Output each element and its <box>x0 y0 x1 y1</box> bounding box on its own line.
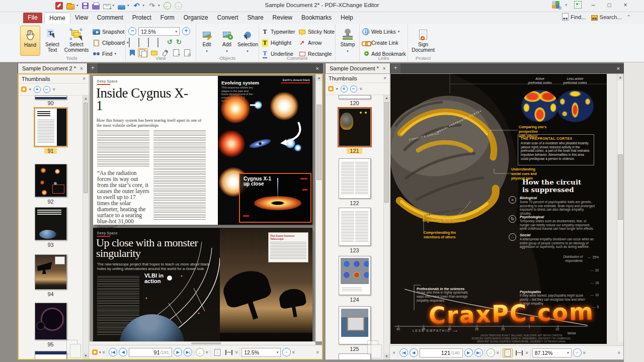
close-button[interactable]: × <box>621 2 630 9</box>
clipboard-button[interactable]: Clipboard▾ <box>93 38 128 47</box>
left-doc-tab[interactable]: Sample Document 2 *× <box>18 63 87 73</box>
left-document-view[interactable]: Deep Space Inside Cygnus X-1 How this bi… <box>90 74 322 345</box>
search-button[interactable]: Search... <box>591 14 622 21</box>
scroll-up-icon[interactable]: ▲ <box>83 96 89 102</box>
scroll-up-icon[interactable]: ▲ <box>316 74 322 81</box>
single-page-layout-button[interactable] <box>503 348 513 357</box>
web-links-button[interactable]: Web Links▾ <box>362 27 399 36</box>
select-text-button[interactable]: T Select Text <box>42 26 62 56</box>
zoom-out-icon[interactable]: − <box>128 27 136 35</box>
thumbnail-page-123[interactable] <box>326 208 383 246</box>
edit-objects-button[interactable]: Edit▾ <box>197 26 216 56</box>
arrow-button[interactable]: ↗Arrow <box>298 38 321 47</box>
collapse-icon[interactable]: » <box>315 351 321 354</box>
expand-icon[interactable]: » <box>358 87 364 90</box>
tab-close-icon[interactable]: × <box>80 66 83 71</box>
find-button[interactable]: Find... <box>562 13 586 21</box>
thumbnail-page-120[interactable] <box>326 95 383 99</box>
session-icon[interactable] <box>574 1 582 9</box>
fit-height-icon[interactable] <box>157 38 158 47</box>
launch-dropdown-icon[interactable]: ▾ <box>565 3 567 7</box>
tab-view[interactable]: View <box>70 13 93 24</box>
scrollbar-thumb[interactable] <box>84 103 88 193</box>
thumbnail-page-92[interactable] <box>19 164 83 197</box>
collapse-icon[interactable]: » <box>391 351 397 354</box>
options-gear-icon[interactable] <box>92 349 98 355</box>
ribbon-zoom-combo[interactable]: 12.5%▾ <box>138 27 180 36</box>
collapse-ribbon-icon[interactable]: ⌃ <box>627 14 631 20</box>
first-page-button[interactable]: |◀ <box>109 348 117 356</box>
collapse-icon[interactable]: » <box>524 351 530 354</box>
tab-comment[interactable]: Comment <box>93 13 128 24</box>
thumb-zoom-in-icon[interactable]: + <box>34 86 41 93</box>
options-dropdown-icon[interactable]: ▾ <box>336 87 338 91</box>
sticky-note-button[interactable]: Sticky Note <box>298 27 335 36</box>
fit-width-icon[interactable] <box>148 38 149 47</box>
typewriter-button[interactable]: TTypewriter <box>261 27 295 36</box>
scroll-down-icon[interactable]: ▼ <box>83 353 89 359</box>
thumbnail-page-121[interactable] <box>326 108 383 146</box>
create-link-button[interactable]: Create Link <box>362 38 398 47</box>
stamp-button[interactable]: Stamp▾ <box>337 26 358 56</box>
scrollbar-thumb[interactable] <box>191 342 221 344</box>
zoom-in-icon[interactable]: + <box>182 27 190 35</box>
collapse-icon[interactable]: » <box>101 351 107 354</box>
page-number-field[interactable]: 91/191 <box>129 348 172 357</box>
options-dropdown-icon[interactable]: ▾ <box>29 87 31 92</box>
previous-view-button[interactable]: ← <box>196 348 204 356</box>
thumbnail-page-125[interactable] <box>326 306 383 344</box>
thumbnail-page-94[interactable] <box>19 254 83 290</box>
thumbnails-scrollbar[interactable]: ▲ ▼ <box>83 96 89 359</box>
add-objects-button[interactable]: + Add▾ <box>217 26 236 56</box>
collapse-icon[interactable]: » <box>291 351 296 354</box>
thumbnail-page-124[interactable] <box>326 256 383 295</box>
hand-tool-button[interactable]: Hand <box>20 26 40 56</box>
collapse-icon[interactable]: » <box>204 351 210 354</box>
tab-organize[interactable]: Organize <box>179 13 213 24</box>
previous-page-button[interactable]: ◀ <box>410 348 418 357</box>
collapse-icon[interactable]: » <box>234 351 239 354</box>
thumbnail-page-122[interactable] <box>326 158 383 199</box>
page-number-field[interactable]: 121/140 <box>420 348 463 357</box>
tab-form[interactable]: Form <box>156 13 179 24</box>
options-gear-icon[interactable] <box>21 86 27 92</box>
scrollbar-thumb[interactable] <box>316 105 321 180</box>
tab-close-icon[interactable]: × <box>383 66 386 71</box>
tab-convert[interactable]: Convert <box>213 13 243 24</box>
single-page-layout-button[interactable] <box>212 348 222 357</box>
options-dropdown-icon[interactable]: ▾ <box>99 350 101 354</box>
thumb-zoom-in-icon[interactable]: + <box>341 85 348 93</box>
tab-share[interactable]: Share <box>243 13 268 24</box>
tab-protect[interactable]: Protect <box>128 13 156 24</box>
new-tab-button[interactable]: + <box>391 63 400 73</box>
fit-width-button[interactable] <box>224 348 234 357</box>
thumbnails-scrollbar[interactable]: ▲ ▼ <box>383 95 389 359</box>
maximize-button[interactable]: □ <box>605 2 614 9</box>
vertical-scrollbar[interactable]: ▲ <box>315 74 322 341</box>
fit-page-icon[interactable] <box>138 38 139 47</box>
minimize-button[interactable]: – <box>589 2 598 9</box>
horizontal-scrollbar[interactable] <box>90 341 315 345</box>
zoom-combo[interactable]: 87.12%▾ <box>532 348 572 357</box>
pane-close-icon[interactable]: × <box>312 63 323 73</box>
new-tab-button[interactable]: + <box>88 63 98 73</box>
tab-help[interactable]: Help <box>336 13 358 24</box>
panel-close-icon[interactable]: × <box>383 75 386 81</box>
tab-home[interactable]: Home <box>44 13 70 24</box>
zoom-out-button[interactable]: − <box>573 348 582 357</box>
thumbnail-page-90[interactable] <box>19 96 83 100</box>
thumbnail-page-93[interactable] <box>19 207 83 240</box>
tab-file[interactable]: File <box>23 13 42 23</box>
next-page-button[interactable]: ▶ <box>464 348 473 357</box>
rotate-ccw-icon[interactable]: ↺ <box>167 38 173 46</box>
collapse-icon[interactable]: » <box>617 351 622 354</box>
tab-review[interactable]: Review <box>268 13 297 24</box>
thumb-zoom-out-icon[interactable]: − <box>350 85 357 93</box>
collapse-icon[interactable]: » <box>582 351 587 354</box>
collapse-icon[interactable]: » <box>495 351 501 354</box>
highlight-button[interactable]: THighlight <box>261 38 291 47</box>
scroll-down-icon[interactable]: ▼ <box>384 353 389 359</box>
selection-button[interactable]: Selection▾ <box>237 26 258 56</box>
panel-close-icon[interactable]: × <box>83 76 86 81</box>
thumb-zoom-out-icon[interactable]: − <box>43 86 50 93</box>
